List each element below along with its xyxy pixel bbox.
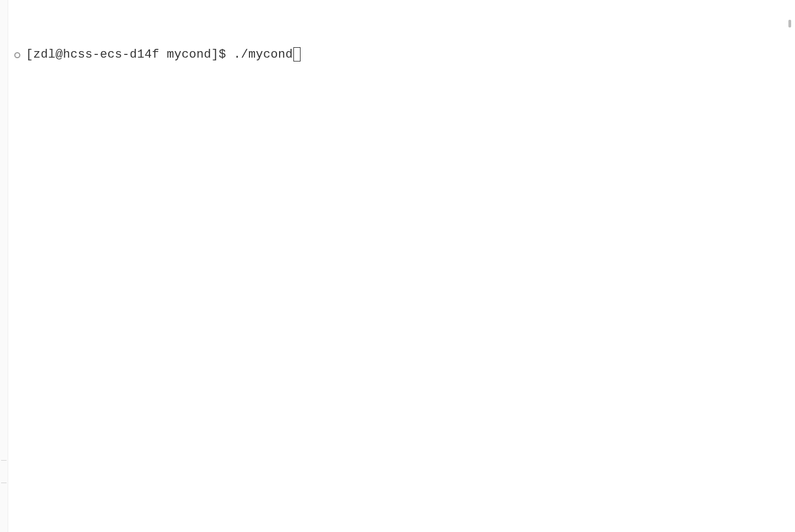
shell-prompt: [zdl@hcss-ecs-d14f mycond]$ <box>26 47 234 63</box>
scrollbar-thumb[interactable] <box>788 20 791 27</box>
status-circle-icon <box>14 52 20 58</box>
typed-command: ./mycond <box>234 47 293 63</box>
gutter-mark <box>1 483 7 483</box>
vertical-scrollbar[interactable] <box>786 0 794 532</box>
terminal-cursor <box>293 47 301 61</box>
terminal-pane[interactable]: [zdl@hcss-ecs-d14f mycond]$ ./mycond <box>10 0 795 532</box>
terminal-line: [zdl@hcss-ecs-d14f mycond]$ ./mycond <box>14 47 791 63</box>
editor-gutter <box>0 0 8 532</box>
gutter-mark <box>1 460 7 461</box>
